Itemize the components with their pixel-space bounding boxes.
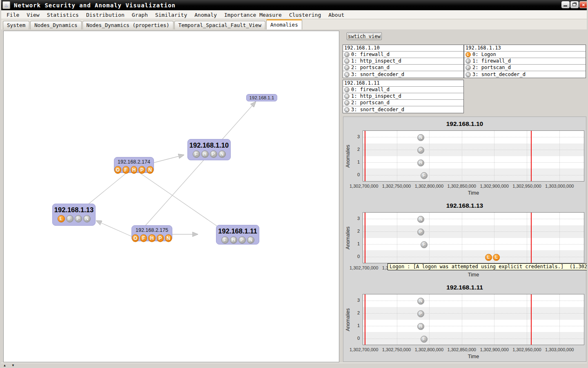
x-tick-label: 1,302,800,000 (412, 347, 446, 352)
y-tick-label: 2 (353, 229, 360, 233)
titlebar[interactable]: ♨ Network Security and Anomaly Visualiza… (1, 0, 588, 10)
anomaly-side-panel: swtich view 192.168.1.10F0: firewall_dH1… (343, 31, 587, 362)
menu-graph[interactable]: Graph (128, 11, 151, 19)
l-data-marker[interactable]: L (485, 254, 492, 261)
menu-importance-measure[interactable]: Importance Measure (220, 11, 285, 19)
split-divider[interactable]: ▲ ▼ (1, 363, 588, 368)
node-anomaly-icons: OFHPN (114, 166, 154, 174)
x-gridline (527, 294, 527, 345)
tab-nodes-dynamics-properties[interactable]: Nodes_Dynamics (properties) (82, 21, 174, 29)
y-tick-label: 3 (353, 298, 360, 303)
time-marker-line (531, 131, 532, 181)
tab-temporal-spacial-fault-view[interactable]: Temporal_Spacial_Fault_View (174, 21, 265, 29)
anomaly-row-label: 1: http_inspect_d (351, 58, 401, 64)
h-anomaly-icon: H (230, 236, 237, 244)
graph-node-192-168-1-1[interactable]: 192.168.1.1 (246, 94, 277, 101)
graph-node-192-168-2-174[interactable]: 192.168.2.174OFHPN (114, 157, 154, 173)
f-anomaly-icon: F (466, 58, 471, 64)
menu-about[interactable]: About (325, 11, 348, 19)
graph-edges-layer (4, 31, 339, 362)
n-anomaly-icon: N (466, 72, 471, 77)
p-data-marker[interactable]: P (417, 310, 424, 317)
anomaly-row[interactable]: N3: snort_decoder_d (343, 106, 463, 113)
f-data-marker[interactable]: F (421, 336, 428, 343)
menu-view[interactable]: View (23, 11, 43, 19)
y-tick-label: 1 (353, 159, 360, 164)
menu-statistics[interactable]: Statistics (43, 11, 82, 19)
menu-bar: FileViewStatisticsDistributionGraphSimil… (1, 10, 588, 19)
chart-plot-area[interactable]: NPHF (363, 130, 584, 182)
n-data-marker[interactable]: N (417, 298, 424, 305)
node-anomaly-icons: FHPN (188, 150, 230, 158)
x-tick-label: 1,302,950,000 (510, 184, 544, 188)
x-gridline (397, 131, 397, 181)
chart-plot-area[interactable]: NPFLL (363, 212, 584, 263)
time-marker-line (365, 294, 365, 345)
anomaly-row[interactable]: F0: firewall_d (343, 52, 463, 58)
menu-similarity[interactable]: Similarity (151, 11, 191, 19)
f-anomaly-icon: F (344, 87, 350, 92)
tab-system[interactable]: System (3, 21, 29, 29)
y-tick-label: 3 (353, 134, 360, 139)
anomaly-row[interactable]: P2: portscan_d (464, 65, 586, 71)
close-button[interactable]: × (579, 1, 588, 8)
anomaly-row[interactable]: N3: snort_decoder_d (464, 71, 586, 78)
graph-node-192-168-2-175[interactable]: 192.168.2.175OFHPN (131, 225, 172, 241)
switch-view-button[interactable]: swtich view (347, 32, 382, 40)
anomaly-row[interactable]: L0: Logon (464, 52, 586, 58)
node-anomaly-icons: LFPN (53, 215, 95, 222)
f-data-marker[interactable]: F (421, 241, 428, 248)
divider-collapse-up-icon[interactable]: ▲ (4, 363, 6, 368)
y-axis-label: Anomalies (345, 296, 351, 343)
x-axis-label: Time (363, 272, 584, 278)
anomaly-table-header: 192.168.1.13 (464, 45, 586, 52)
tab-nodes-dynamics[interactable]: Nodes_Dynamics (30, 21, 81, 29)
x-tick-label: 1,303,000,000 (542, 347, 577, 352)
p-data-marker[interactable]: P (417, 147, 424, 154)
graph-node-192-168-1-10[interactable]: 192.168.1.10FHPN (187, 139, 231, 160)
anomaly-row[interactable]: H1: http_inspect_d (343, 58, 463, 65)
p-anomaly-icon: P (210, 150, 217, 158)
h-data-marker[interactable]: H (417, 323, 424, 330)
graph-edge-192-168-2-174-to-192-168-1-13 (85, 173, 127, 207)
anomaly-row-label: 0: firewall_d (351, 87, 390, 93)
anomaly-table-header: 192.168.1.11 (343, 80, 463, 87)
chart-title: 192.168.1.13 (343, 202, 586, 209)
anomaly-row[interactable]: P2: portscan_d (343, 65, 463, 71)
f-anomaly-icon: F (221, 236, 229, 244)
x-gridline (494, 294, 494, 345)
y-gridline (363, 301, 584, 301)
graph-node-label: 192.168.2.174 (114, 159, 154, 165)
anomaly-row[interactable]: F1: firewall_d (464, 58, 586, 65)
restore-button[interactable] (570, 1, 579, 8)
n-data-marker[interactable]: N (417, 216, 424, 223)
x-gridline (559, 213, 560, 263)
y-gridline (363, 175, 584, 175)
anomaly-row[interactable]: F0: firewall_d (343, 87, 463, 93)
anomaly-row[interactable]: P2: portscan_d (343, 100, 463, 106)
anomaly-row[interactable]: H1: http_inspect_d (343, 93, 463, 100)
menu-file[interactable]: File (3, 11, 23, 19)
y-axis-label: Anomalies (345, 132, 351, 180)
f-data-marker[interactable]: F (421, 172, 428, 179)
graph-node-192-168-1-11[interactable]: 192.168.1.11FHPN (216, 225, 259, 245)
divider-expand-down-icon[interactable]: ▼ (12, 363, 14, 368)
menu-distribution[interactable]: Distribution (82, 11, 128, 19)
graph-node-label: 192.168.1.13 (53, 206, 95, 214)
anomaly-row[interactable]: N3: snort_decoder_d (343, 71, 463, 78)
y-axis-label: Anomalies (345, 214, 351, 261)
h-data-marker[interactable]: H (417, 159, 424, 166)
x-gridline (429, 213, 430, 263)
chart-plot-area[interactable]: NPHF (363, 294, 584, 345)
network-graph-panel[interactable]: 192.168.1.1192.168.1.10FHPN192.168.2.174… (3, 31, 339, 362)
p-data-marker[interactable]: P (417, 229, 424, 236)
menu-clustering[interactable]: Clustering (285, 11, 325, 19)
n-data-marker[interactable]: N (417, 134, 424, 141)
y-tick-label: 3 (353, 216, 360, 221)
anomaly-row-label: 1: http_inspect_d (351, 93, 401, 99)
f-anomaly-icon: F (140, 234, 147, 242)
tab-anomalies[interactable]: Anomalies (266, 19, 302, 29)
menu-anomaly[interactable]: Anomaly (191, 11, 220, 19)
minimize-button[interactable] (561, 1, 570, 8)
graph-node-192-168-1-13[interactable]: 192.168.1.13LFPN (52, 204, 96, 226)
